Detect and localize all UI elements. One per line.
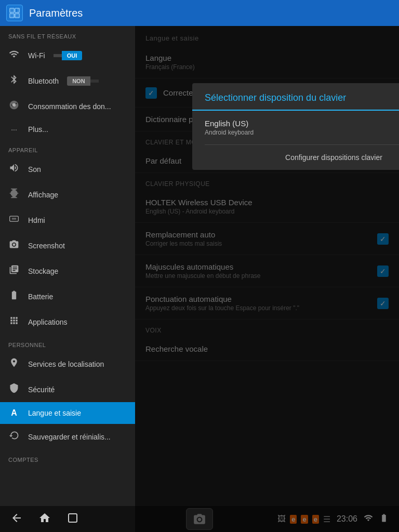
sidebar-securite-label: Sécurité bbox=[28, 385, 55, 394]
sidebar-item-batterie[interactable]: Batterie bbox=[0, 284, 135, 309]
sidebar-screenshot-label: Screenshot bbox=[28, 242, 65, 250]
sidebar-item-langue[interactable]: A Langue et saisie bbox=[0, 402, 135, 424]
recent-apps-button[interactable] bbox=[66, 512, 79, 527]
settings-icon bbox=[6, 5, 23, 21]
sidebar-item-sauvegarde[interactable]: Sauvegarder et réinialis... bbox=[0, 424, 135, 449]
bluetooth-icon bbox=[8, 74, 20, 87]
main-layout: SANS FIL ET RÉSEAUX Wi-Fi OUI Bluetooth … bbox=[0, 26, 399, 532]
sidebar-item-data[interactable]: Consommation des don... bbox=[0, 94, 135, 119]
screenshot-icon bbox=[8, 239, 20, 252]
sidebar-item-stockage[interactable]: Stockage bbox=[0, 258, 135, 284]
apps-icon bbox=[8, 315, 20, 328]
bottom-nav bbox=[10, 512, 79, 527]
sidebar-item-hdmi[interactable]: Hdmi bbox=[0, 207, 135, 233]
sidebar-son-label: Son bbox=[28, 165, 41, 174]
storage-icon bbox=[8, 264, 20, 277]
bluetooth-toggle[interactable]: NON bbox=[67, 76, 98, 86]
home-button[interactable] bbox=[38, 512, 51, 527]
sidebar-bluetooth-label: Bluetooth bbox=[28, 77, 59, 85]
keyboard-selection-dialog: Sélectionner disposition du clavier Engl… bbox=[192, 83, 399, 170]
sidebar-localisation-label: Services de localisation bbox=[28, 360, 104, 368]
sidebar-item-more[interactable]: ··· Plus... bbox=[0, 119, 135, 140]
sidebar-item-son[interactable]: Son bbox=[0, 156, 135, 182]
sidebar-hdmi-label: Hdmi bbox=[28, 216, 45, 224]
sidebar-more-label: Plus... bbox=[28, 125, 48, 134]
dialog-title: Sélectionner disposition du clavier bbox=[192, 83, 399, 111]
location-icon bbox=[8, 357, 20, 370]
sidebar-applications-label: Applications bbox=[28, 318, 68, 326]
dialog-option-english-us[interactable]: English (US) Android keyboard bbox=[192, 111, 399, 144]
wifi-icon bbox=[8, 49, 20, 62]
right-panel: Langue et saisie Langue Français (France… bbox=[135, 26, 399, 532]
sidebar-item-localisation[interactable]: Services de localisation bbox=[0, 351, 135, 377]
more-icon: ··· bbox=[8, 125, 20, 134]
sidebar-item-applications[interactable]: Applications bbox=[0, 309, 135, 335]
sidebar-item-bluetooth[interactable]: Bluetooth NON bbox=[0, 68, 135, 94]
section-label-device: APPAREIL bbox=[0, 140, 135, 156]
sidebar-item-affichage[interactable]: Affichage bbox=[0, 182, 135, 207]
page-title: Paramètres bbox=[29, 7, 83, 19]
hdmi-icon bbox=[8, 214, 20, 227]
back-button[interactable] bbox=[10, 512, 23, 527]
sidebar-sauvegarde-label: Sauvegarder et réinialis... bbox=[28, 433, 111, 441]
sidebar-stockage-label: Stockage bbox=[28, 267, 58, 275]
wifi-toggle[interactable]: OUI bbox=[54, 51, 83, 60]
dialog-option-english-us-sub: Android keyboard bbox=[205, 129, 399, 136]
top-bar: Paramètres bbox=[0, 0, 399, 26]
svg-point-4 bbox=[12, 103, 16, 107]
display-icon bbox=[8, 188, 20, 201]
dialog-option-english-us-title: English (US) bbox=[205, 119, 399, 128]
sidebar-langue-label: Langue et saisie bbox=[28, 409, 81, 417]
sidebar-wifi-label: Wi-Fi bbox=[28, 51, 45, 60]
dialog-option-english-us-text: English (US) Android keyboard bbox=[205, 119, 399, 136]
section-label-personal: PERSONNEL bbox=[0, 335, 135, 351]
sidebar-affichage-label: Affichage bbox=[28, 191, 58, 199]
sidebar-batterie-label: Batterie bbox=[28, 292, 53, 301]
sidebar-item-securite[interactable]: Sécurité bbox=[0, 377, 135, 402]
dialog-config-btn[interactable]: Configurer dispositions clavier bbox=[192, 145, 399, 170]
data-icon bbox=[8, 100, 20, 113]
language-icon: A bbox=[8, 408, 20, 418]
sidebar: SANS FIL ET RÉSEAUX Wi-Fi OUI Bluetooth … bbox=[0, 26, 135, 506]
sidebar-data-label: Consommation des don... bbox=[28, 102, 111, 111]
svg-rect-6 bbox=[69, 514, 77, 522]
backup-icon bbox=[8, 430, 20, 443]
sidebar-item-wifi[interactable]: Wi-Fi OUI bbox=[0, 43, 135, 68]
sound-icon bbox=[8, 163, 20, 176]
security-icon bbox=[8, 383, 20, 396]
battery-icon bbox=[8, 290, 20, 303]
section-label-network: SANS FIL ET RÉSEAUX bbox=[0, 26, 135, 43]
sidebar-item-screenshot[interactable]: Screenshot bbox=[0, 233, 135, 258]
section-label-accounts: COMPTES bbox=[0, 449, 135, 466]
